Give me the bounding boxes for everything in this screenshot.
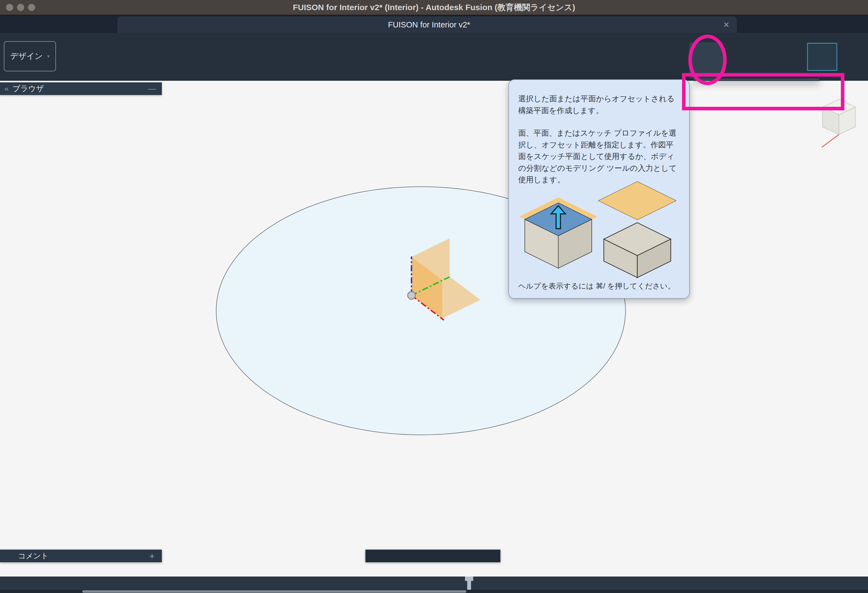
- viewport-navbar: [365, 550, 500, 562]
- collapse-panel-icon[interactable]: «: [4, 84, 9, 93]
- window-title: FUISON for Interior v2* (Interior) - Aut…: [293, 2, 575, 13]
- model-viewport[interactable]: [0, 80, 868, 577]
- document-tab-label: FUISON for Interior v2*: [388, 20, 470, 30]
- insert-image-icon[interactable]: [781, 49, 798, 66]
- zoom-window-button[interactable]: [28, 4, 35, 11]
- close-window-button[interactable]: [6, 4, 13, 11]
- comments-label: コメント: [18, 551, 49, 561]
- design-workspace-button[interactable]: デザイン▾: [4, 41, 56, 71]
- offset-plane-illustration: [517, 170, 681, 280]
- close-tab-icon[interactable]: ×: [723, 20, 729, 30]
- insert-buttons[interactable]: [756, 46, 801, 69]
- document-tab[interactable]: FUISON for Interior v2* ×: [117, 16, 737, 33]
- construct-button[interactable]: [692, 46, 715, 69]
- fusion-window: FUISON for Interior v2* (Interior) - Aut…: [0, 0, 868, 593]
- construct-menu: [694, 78, 819, 81]
- insert-fastener-icon[interactable]: [759, 49, 776, 66]
- chevron-down-icon: ▾: [47, 53, 50, 59]
- view-cube[interactable]: [814, 93, 864, 162]
- inspect-button[interactable]: [728, 46, 750, 69]
- tooltip-help-hint: ヘルプを表示するには ⌘/ を押してください。: [518, 281, 675, 291]
- minimize-window-button[interactable]: [17, 4, 24, 11]
- ribbon-toolbar: デザイン▾: [0, 33, 868, 81]
- browser-title: ブラウザ: [13, 83, 44, 94]
- add-comment-button[interactable]: +: [149, 551, 155, 562]
- tooltip-paragraph-1: 選択した面または平面からオフセットされる構築平面を作成します。: [518, 93, 681, 117]
- app-toolbar: FUISON for Interior v2* ×: [0, 15, 868, 33]
- minimize-panel-icon[interactable]: —: [148, 84, 156, 93]
- timeline-scrollbar[interactable]: [82, 590, 466, 593]
- comments-bar: コメント +: [0, 550, 162, 562]
- browser-header: « ブラウザ —: [0, 82, 162, 95]
- origin-point: [407, 291, 415, 299]
- titlebar: FUISON for Interior v2* (Interior) - Aut…: [0, 0, 868, 15]
- construct-offset-plane-tooltip: 選択した面または平面からオフセットされる構築平面を作成します。 面、平面、または…: [508, 79, 690, 299]
- select-button[interactable]: [807, 43, 837, 71]
